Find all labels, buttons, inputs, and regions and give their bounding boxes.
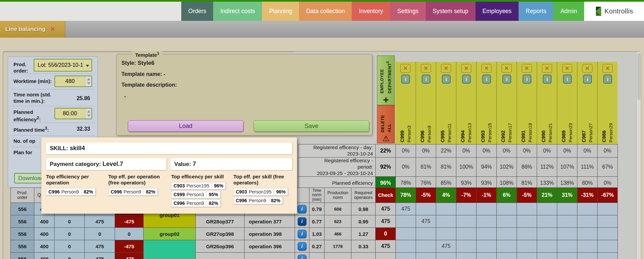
assignment-cell[interactable]: [436, 203, 456, 215]
assignment-cell[interactable]: [416, 228, 436, 240]
employee-info-icon[interactable]: i: [462, 75, 471, 84]
assignment-cell[interactable]: [456, 253, 477, 259]
assignment-cell[interactable]: [517, 203, 537, 215]
operation-row[interactable]: 5564000475-475i: [11, 253, 618, 259]
assignment-cell[interactable]: 475: [396, 203, 416, 215]
remove-employee-icon[interactable]: ✕: [501, 64, 512, 73]
assignment-cell[interactable]: [537, 253, 557, 259]
assignment-cell[interactable]: [456, 228, 477, 240]
employee-info-icon[interactable]: i: [442, 75, 451, 84]
remove-employee-icon[interactable]: ✕: [562, 64, 572, 73]
nav-item-inventory[interactable]: Inventory: [352, 2, 390, 21]
assignment-cell[interactable]: [577, 203, 598, 215]
nav-item-settings[interactable]: Settings: [390, 2, 425, 21]
assignment-cell[interactable]: [537, 240, 557, 253]
info-icon[interactable]: i: [298, 242, 306, 251]
employee-info-icon[interactable]: i: [523, 75, 531, 84]
assignment-cell[interactable]: 475: [436, 240, 456, 253]
assignment-cell[interactable]: [557, 215, 577, 228]
nav-item-orders[interactable]: Orders: [181, 2, 213, 21]
employee-info-icon[interactable]: i: [422, 75, 430, 84]
assignment-cell[interactable]: [517, 240, 537, 253]
assignment-cell[interactable]: [598, 203, 618, 215]
employee-info-icon[interactable]: i: [603, 75, 612, 84]
operation-row[interactable]: 5564000475-475GR28op377operation 377i0.7…: [11, 215, 618, 228]
assignment-cell[interactable]: [436, 253, 456, 259]
employee-info-icon[interactable]: i: [543, 75, 552, 84]
assignment-cell[interactable]: [517, 228, 537, 240]
employee-info-icon[interactable]: i: [401, 75, 410, 84]
worktime-input[interactable]: 480: [54, 76, 92, 87]
assignment-cell[interactable]: [598, 228, 618, 240]
remove-employee-icon[interactable]: ✕: [421, 64, 431, 73]
nav-item-planning[interactable]: Planning: [262, 2, 299, 21]
assignment-cell[interactable]: [577, 215, 598, 228]
operation-row[interactable]: 5564000475-475GR26op396operation 396i0.2…: [11, 240, 618, 253]
assignment-cell[interactable]: [396, 215, 416, 228]
close-tab-icon[interactable]: ✕: [50, 26, 55, 33]
assignment-cell[interactable]: [456, 215, 477, 228]
nav-item-indirect-costs[interactable]: Indirect costs: [213, 2, 262, 21]
assignment-cell[interactable]: [517, 215, 537, 228]
assignment-cell[interactable]: [497, 215, 517, 228]
remove-employee-icon[interactable]: ✕: [582, 64, 593, 73]
worktime-spinner[interactable]: [85, 76, 91, 86]
remove-employee-icon[interactable]: ✕: [461, 64, 471, 73]
brand-logo[interactable]: Kontrollis: [584, 2, 644, 21]
remove-employee-icon[interactable]: ✕: [602, 64, 613, 73]
assignment-cell[interactable]: [557, 228, 577, 240]
assignment-cell[interactable]: [477, 253, 497, 259]
assignment-cell[interactable]: [456, 240, 477, 253]
assignment-cell[interactable]: [497, 240, 517, 253]
assignment-cell[interactable]: [416, 253, 436, 259]
assignment-cell[interactable]: [577, 253, 598, 259]
remove-employee-icon[interactable]: ✕: [441, 64, 451, 73]
load-button[interactable]: Load: [128, 120, 243, 132]
assignment-cell[interactable]: [456, 203, 477, 215]
assignment-cell[interactable]: [497, 228, 517, 240]
assignment-cell[interactable]: [577, 228, 598, 240]
remove-employee-icon[interactable]: ✕: [522, 64, 532, 73]
planned-efficiency-input[interactable]: 80.00: [54, 108, 92, 119]
remove-employee-icon[interactable]: ✕: [481, 64, 492, 73]
assignment-cell[interactable]: [537, 203, 557, 215]
info-icon[interactable]: i: [298, 230, 306, 238]
assignment-cell[interactable]: [477, 215, 497, 228]
assignment-cell[interactable]: [537, 228, 557, 240]
operation-row[interactable]: 556400000group02GR27op398operation 398i1…: [11, 228, 618, 240]
assignment-cell[interactable]: [477, 228, 497, 240]
assignment-cell[interactable]: [598, 253, 618, 259]
assignment-cell[interactable]: [577, 240, 598, 253]
assignment-cell[interactable]: [598, 240, 618, 253]
assignment-cell[interactable]: [477, 240, 497, 253]
employee-info-icon[interactable]: i: [482, 75, 491, 84]
save-button[interactable]: Save: [254, 120, 369, 132]
assignment-cell[interactable]: [557, 240, 577, 253]
scrollbar-thumb[interactable]: [637, 53, 641, 100]
nav-item-system-setup[interactable]: System setup: [426, 2, 476, 21]
assignment-cell[interactable]: [396, 228, 416, 240]
assignment-cell[interactable]: [598, 215, 618, 228]
assignment-cell[interactable]: [477, 203, 497, 215]
nav-item-data-collection[interactable]: Data collection: [299, 2, 352, 21]
remove-employee-icon[interactable]: ✕: [400, 64, 411, 73]
assignment-cell[interactable]: [436, 228, 456, 240]
nav-item-reports[interactable]: Reports: [519, 2, 553, 21]
assignment-cell[interactable]: 475: [416, 215, 436, 228]
info-icon[interactable]: i: [298, 217, 306, 226]
employee-info-icon[interactable]: i: [502, 75, 511, 84]
assignment-cell[interactable]: [396, 240, 416, 253]
vertical-scrollbar[interactable]: [636, 52, 641, 259]
assignment-cell[interactable]: [557, 253, 577, 259]
assignment-cell[interactable]: [436, 215, 456, 228]
assignment-cell[interactable]: [517, 253, 537, 259]
assignment-cell[interactable]: [396, 253, 416, 259]
assignment-cell[interactable]: [416, 240, 436, 253]
assignment-cell[interactable]: [416, 203, 436, 215]
assignment-cell[interactable]: [497, 253, 517, 259]
assignment-cell[interactable]: [557, 203, 577, 215]
tab-line-balancing[interactable]: Line balancing ✕: [0, 21, 65, 38]
remove-employee-icon[interactable]: ✕: [542, 64, 552, 73]
employee-info-icon[interactable]: i: [583, 75, 592, 84]
nav-item-employees[interactable]: Employees: [476, 2, 519, 21]
